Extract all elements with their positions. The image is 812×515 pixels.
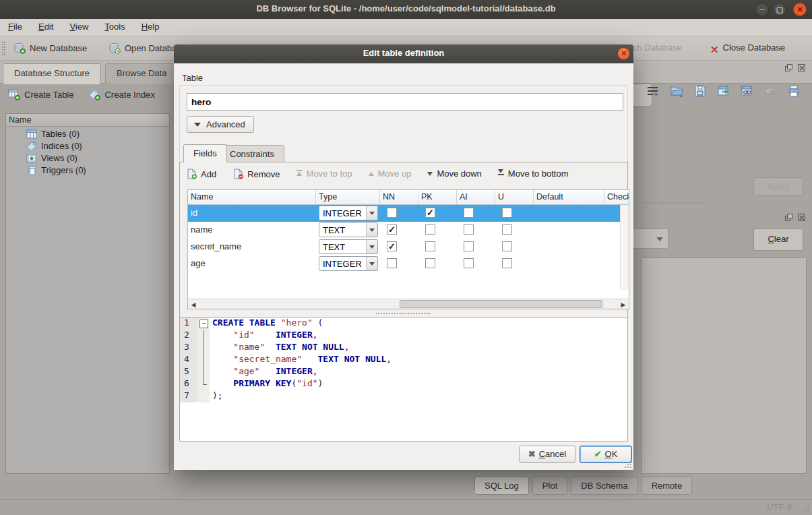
vertical-scrollbar[interactable] [620, 205, 629, 290]
clear-button[interactable]: Clear [753, 229, 803, 251]
default-cell[interactable] [534, 205, 604, 222]
field-name-cell[interactable]: name [188, 222, 316, 239]
u-checkbox[interactable] [502, 258, 512, 268]
resize-grip[interactable] [623, 459, 631, 468]
maximize-icon[interactable]: ▢ [773, 3, 786, 16]
close-icon[interactable] [797, 63, 807, 72]
tree-item-indices[interactable]: Indices (0) [6, 140, 169, 152]
fold-marker[interactable] [197, 366, 210, 378]
field-name-cell[interactable]: secret_name [188, 239, 316, 255]
menu-help[interactable]: Help [133, 19, 168, 36]
field-row-id[interactable]: idINTEGER✓ [188, 205, 629, 222]
close-icon[interactable] [797, 213, 807, 222]
pk-checkbox[interactable] [425, 224, 435, 235]
chevron-down-icon[interactable] [366, 206, 377, 220]
advanced-button[interactable]: Advanced [187, 116, 254, 133]
menu-file[interactable]: File [0, 19, 30, 36]
menu-edit[interactable]: Edit [30, 19, 61, 36]
new-database-button[interactable]: New Database [9, 40, 91, 57]
add-button[interactable]: Add [183, 166, 219, 183]
table-name-input[interactable] [187, 93, 623, 111]
dialog-title-bar[interactable]: Edit table definition [174, 44, 633, 63]
move-to-bottom-button[interactable]: Move to bottom [495, 166, 571, 181]
remove-button[interactable]: Remove [230, 166, 282, 183]
u-checkbox[interactable] [502, 208, 512, 218]
tab-plot[interactable]: Plot [532, 477, 567, 495]
field-name-cell[interactable]: id [188, 205, 316, 222]
sql-preview[interactable]: 1CREATE TABLE "hero" (2 "id" INTEGER,3 "… [179, 317, 628, 442]
move-down-button[interactable]: Move down [425, 166, 484, 181]
column-header-nn[interactable]: NN [380, 190, 418, 205]
tab-database-structure[interactable]: Database Structure [3, 63, 101, 84]
menu-view[interactable]: View [61, 19, 96, 36]
pk-checkbox[interactable] [425, 258, 435, 268]
menu-tools[interactable]: Tools [96, 19, 133, 36]
column-header-type[interactable]: Type [316, 190, 380, 205]
chevron-down-icon[interactable] [366, 223, 377, 237]
splitter-handle[interactable] [376, 313, 430, 314]
float-icon[interactable] [784, 213, 794, 222]
tree-header-name[interactable]: Name [6, 114, 169, 127]
column-header-pk[interactable]: PK [418, 190, 457, 205]
field-name-cell[interactable]: age [188, 255, 316, 272]
u-checkbox[interactable] [502, 241, 512, 251]
scroll-left-icon[interactable]: ◀ [189, 300, 198, 309]
column-header-default[interactable]: Default [534, 190, 604, 205]
null-icon[interactable] [763, 82, 781, 101]
wrap-text-icon[interactable] [646, 82, 663, 101]
sql-log-area[interactable] [642, 258, 807, 474]
toolbar-handle[interactable] [2, 42, 5, 55]
default-cell[interactable] [534, 222, 604, 239]
type-combobox[interactable]: INTEGER [319, 256, 378, 271]
nn-checkbox[interactable] [387, 208, 397, 218]
close-icon[interactable]: ✕ [793, 3, 807, 16]
scroll-right-icon[interactable]: ▶ [619, 300, 628, 309]
export-icon[interactable] [716, 82, 734, 101]
tab-fields[interactable]: Fields [183, 144, 227, 162]
print-icon[interactable] [787, 82, 805, 101]
column-header-ai[interactable]: AI [457, 190, 495, 205]
tab-constraints[interactable]: Constraints [220, 145, 284, 163]
default-cell[interactable] [534, 255, 604, 272]
tab-browse-data[interactable]: Browse Data [105, 63, 178, 84]
column-header-name[interactable]: Name [188, 190, 316, 205]
ai-checkbox[interactable] [464, 241, 474, 251]
pk-checkbox[interactable] [425, 241, 435, 251]
create-index-button[interactable]: Create Index [86, 86, 157, 105]
pk-checkbox[interactable]: ✓ [425, 208, 435, 218]
ai-checkbox[interactable] [464, 208, 474, 218]
tab-sql-log[interactable]: SQL Log [474, 477, 529, 495]
field-row-age[interactable]: ageINTEGER [188, 255, 629, 272]
fold-marker[interactable] [197, 330, 210, 342]
link-icon[interactable] [740, 82, 757, 101]
column-header-u[interactable]: U [495, 190, 534, 205]
chevron-down-icon[interactable] [366, 257, 377, 270]
tab-db-schema[interactable]: DB Schema [571, 477, 637, 495]
ai-checkbox[interactable] [464, 258, 474, 268]
resize-grip[interactable] [801, 504, 809, 512]
default-cell[interactable] [534, 239, 604, 255]
nn-checkbox[interactable]: ✓ [387, 241, 397, 251]
u-checkbox[interactable] [502, 224, 512, 235]
fold-marker[interactable] [197, 317, 210, 330]
tree-item-triggers[interactable]: Triggers (0) [6, 164, 169, 177]
column-header-check[interactable]: Check [604, 190, 629, 205]
fold-marker[interactable] [197, 378, 210, 390]
title-bar[interactable]: DB Browser for SQLite - /home/user/code/… [0, 0, 812, 19]
type-combobox[interactable]: TEXT [319, 222, 378, 237]
horizontal-scrollbar[interactable]: ◀ ▶ [188, 299, 629, 309]
tree-item-views[interactable]: Views (0) [6, 152, 169, 164]
save-file-icon[interactable] [693, 82, 710, 101]
chevron-down-icon[interactable] [366, 240, 377, 253]
fold-marker[interactable] [197, 342, 210, 354]
dock-handle[interactable] [644, 202, 705, 204]
scrollbar-thumb[interactable] [400, 300, 602, 308]
fold-marker[interactable] [197, 354, 210, 366]
create-table-button[interactable]: Create Table [5, 86, 76, 105]
close-icon[interactable]: ✕ [617, 47, 630, 60]
field-row-name[interactable]: nameTEXT✓ [188, 222, 629, 239]
cancel-button[interactable]: ✖Cancel [519, 446, 575, 463]
minimize-icon[interactable]: ─ [755, 3, 769, 16]
ai-checkbox[interactable] [464, 224, 474, 235]
open-file-icon[interactable] [669, 82, 687, 101]
